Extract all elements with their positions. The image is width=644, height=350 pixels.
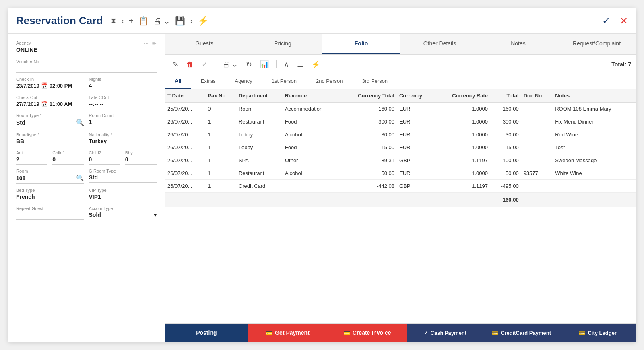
- cell-doc-no: [521, 180, 553, 193]
- voucher-value[interactable]: [16, 65, 157, 73]
- room-count-value[interactable]: 1: [89, 119, 157, 127]
- repeat-guest-group: Repeat Guest: [16, 206, 84, 224]
- sub-tab-agency[interactable]: Agency: [225, 74, 262, 89]
- create-invoice-button[interactable]: 💳 Create Invoice: [327, 324, 407, 342]
- table-row[interactable]: 26/07/20... 1 Credit Card -442.08 GBP 1.…: [165, 180, 636, 193]
- flash-icon[interactable]: ⚡: [198, 16, 208, 26]
- vip-type-group: VIP Type VIP1: [89, 188, 157, 206]
- checkout-cal-icon[interactable]: 📅: [41, 101, 48, 107]
- child1-group: Child1 0: [52, 150, 84, 169]
- table-row[interactable]: 26/07/20... 1 Restaurant Food 300.00 EUR…: [165, 115, 636, 128]
- tab-folio[interactable]: Folio: [322, 34, 400, 54]
- checkin-date-value[interactable]: 23/7/2019 📅 02:00 PM: [16, 82, 84, 91]
- bed-type-value[interactable]: French: [16, 194, 84, 202]
- tab-notes[interactable]: Notes: [479, 34, 557, 54]
- create-invoice-icon: 💳: [343, 329, 350, 336]
- groom-type-value[interactable]: Std: [89, 174, 157, 183]
- create-invoice-label: Create Invoice: [353, 329, 391, 336]
- agency-edit-icon[interactable]: ✏: [152, 40, 157, 47]
- late-cout-value[interactable]: --:-- --: [89, 101, 157, 109]
- groom-type-label: G.Room Type: [89, 169, 157, 173]
- tab-other-details[interactable]: Other Details: [400, 34, 479, 54]
- cell-dept: Credit Card: [236, 180, 283, 193]
- room-type-value[interactable]: Std 🔍: [16, 119, 84, 128]
- checkin-row: Check-In 23/7/2019 📅 02:00 PM Nights 4: [16, 77, 157, 95]
- cell-currency: EUR: [397, 128, 435, 141]
- close-button[interactable]: ✕: [620, 15, 628, 27]
- bby-value[interactable]: 0: [125, 156, 157, 165]
- agency-dots[interactable]: ···: [144, 40, 149, 47]
- excel-button[interactable]: 📊: [258, 58, 271, 70]
- table-row[interactable]: 26/07/20... 1 Lobby Alcohol 30.00 EUR 1.…: [165, 128, 636, 141]
- bed-type-group: Bed Type French: [16, 188, 84, 206]
- room-search-icon[interactable]: 🔍: [76, 174, 84, 182]
- boardtype-value[interactable]: BB: [16, 138, 84, 146]
- col-notes: Notes: [553, 89, 636, 102]
- footer-end: [521, 193, 636, 207]
- table-row[interactable]: 26/07/20... 1 Lobby Food 15.00 EUR 1.000…: [165, 141, 636, 154]
- sub-tab-2nd-person[interactable]: 2nd Person: [306, 74, 353, 89]
- col-revenue: Revenue: [283, 89, 341, 102]
- total-label: Total: 7: [611, 61, 631, 68]
- city-ledger-button[interactable]: 💳 City Ledger: [559, 324, 636, 342]
- next-icon[interactable]: ›: [190, 16, 193, 25]
- sub-tab-1st-person[interactable]: 1st Person: [262, 74, 306, 89]
- tab-request-complaint[interactable]: Request/Complaint: [557, 34, 636, 54]
- confirm-row-button[interactable]: ✓: [199, 58, 210, 70]
- flash-folio-button[interactable]: ⚡: [309, 58, 323, 70]
- checkout-date-value[interactable]: 27/7/2019 📅 11:00 AM: [16, 101, 84, 109]
- delete-button[interactable]: 🗑: [184, 59, 196, 70]
- sub-tab-all[interactable]: All: [165, 74, 191, 89]
- cell-date: 26/07/20...: [165, 128, 205, 141]
- adt-label: Adt: [16, 150, 47, 155]
- nights-value[interactable]: 4: [89, 82, 157, 91]
- adt-value[interactable]: 2: [16, 156, 47, 165]
- print-folio-button[interactable]: 🖨 ⌄: [220, 58, 240, 70]
- boardtype-label: Boardtype *: [16, 132, 84, 137]
- tab-pricing[interactable]: Pricing: [244, 34, 322, 54]
- city-ledger-label: City Ledger: [588, 330, 617, 336]
- nationality-value[interactable]: Turkey: [89, 138, 157, 146]
- repeat-guest-value[interactable]: [16, 212, 84, 220]
- room-type-search-icon[interactable]: 🔍: [76, 119, 84, 126]
- refresh-button[interactable]: ↻: [244, 58, 254, 70]
- child1-value[interactable]: 0: [52, 156, 84, 165]
- room-value[interactable]: 108 🔍: [16, 174, 84, 184]
- collapse-button[interactable]: ∧: [281, 58, 291, 70]
- accom-type-text: Sold: [89, 212, 101, 218]
- folio-table-container: T Date Pax No Department Revenue Currenc…: [165, 89, 636, 323]
- cell-doc-no: [521, 128, 553, 141]
- table-row[interactable]: 26/07/20... 1 Restaurant Alcohol 50.00 E…: [165, 167, 636, 180]
- accom-dropdown-icon[interactable]: ▾: [154, 212, 157, 218]
- table-row[interactable]: 26/07/20... 1 SPA Other 89.31 GBP 1.1197…: [165, 154, 636, 167]
- posting-button[interactable]: Posting: [165, 324, 248, 342]
- sub-tab-3rd-person[interactable]: 3rd Person: [353, 74, 398, 89]
- add-icon[interactable]: +: [129, 16, 134, 25]
- copy-icon[interactable]: 📋: [138, 16, 149, 26]
- cash-payment-button[interactable]: ✓ Cash Payment: [407, 324, 483, 342]
- col-currency-rate: Currency Rate: [435, 89, 490, 102]
- col-doc-no: Doc No: [521, 89, 553, 102]
- creditcard-payment-button[interactable]: 💳 CreditCard Payment: [483, 324, 560, 342]
- get-payment-button[interactable]: 💳 Get Payment: [248, 324, 328, 342]
- confirm-button[interactable]: ✓: [602, 15, 610, 27]
- prev-icon[interactable]: ‹: [121, 16, 124, 25]
- cell-currency: EUR: [397, 167, 435, 180]
- table-row[interactable]: 25/07/20... 0 Room Accommodation 160.00 …: [165, 102, 636, 115]
- tab-guests[interactable]: Guests: [165, 34, 244, 54]
- checkin-cal-icon[interactable]: 📅: [41, 82, 48, 89]
- edit-button[interactable]: ✎: [170, 58, 181, 70]
- vip-type-value[interactable]: VIP1: [89, 194, 157, 202]
- save-icon[interactable]: 💾: [175, 16, 185, 26]
- child2-value[interactable]: 0: [89, 156, 120, 165]
- print-icon[interactable]: 🖨 ⌄: [153, 16, 171, 26]
- sub-tab-extras[interactable]: Extras: [191, 74, 225, 89]
- history-icon[interactable]: ⧗: [111, 16, 116, 25]
- accom-type-value[interactable]: Sold ▾: [89, 212, 157, 220]
- menu-button[interactable]: ☰: [295, 58, 306, 70]
- footer-total: 160.00: [490, 193, 521, 207]
- bby-label: Bby: [125, 150, 157, 155]
- board-nat-row: Boardtype * BB Nationality * Turkey: [16, 132, 157, 150]
- room-type-row: Room Type * Std 🔍 Room Count 1: [16, 113, 157, 132]
- bottom-bar: Posting 💳 Get Payment 💳 Create Invoice ✓…: [165, 323, 636, 342]
